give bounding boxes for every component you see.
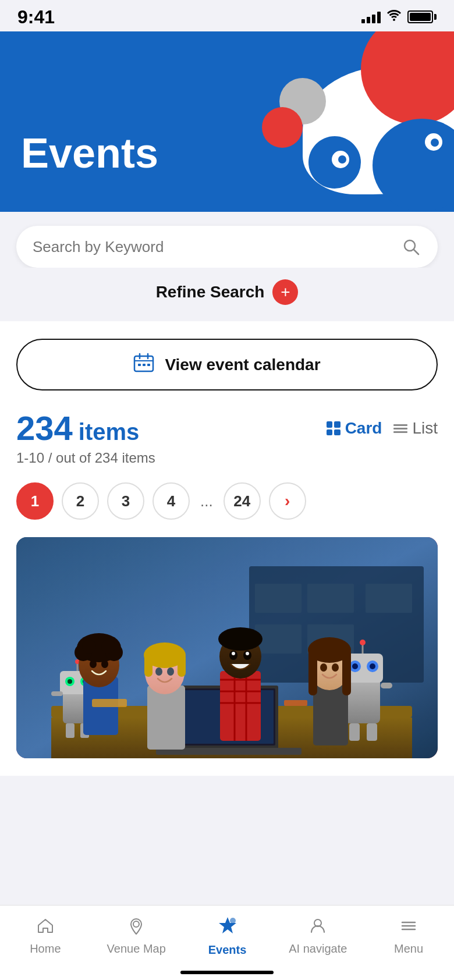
event-card-image (16, 537, 438, 758)
nav-item-venue-map[interactable]: Venue Map (107, 917, 166, 956)
search-section (0, 212, 454, 268)
view-card-label: Card (345, 419, 382, 438)
svg-point-86 (230, 918, 236, 924)
list-view-icon (393, 421, 407, 435)
menu-icon (400, 917, 417, 939)
svg-rect-8 (147, 364, 150, 366)
results-number: 234 (16, 411, 73, 445)
refine-label: Refine Search (156, 283, 265, 301)
calendar-button-label: View event calendar (165, 356, 320, 374)
page-button-24[interactable]: 24 (224, 482, 261, 520)
search-input[interactable] (33, 238, 393, 256)
refine-section: Refine Search + (0, 268, 454, 321)
event-card[interactable] (16, 537, 438, 758)
page-next-button[interactable]: › (269, 482, 306, 520)
search-bar[interactable] (16, 226, 438, 268)
events-icon (218, 916, 237, 940)
main-content: View event calendar 234 items Card List … (0, 321, 454, 776)
nav-label-ai-navigate: AI navigate (289, 942, 347, 956)
view-list-button[interactable]: List (393, 419, 438, 438)
refine-plus-button[interactable]: + (272, 279, 298, 305)
nav-item-events[interactable]: Events (198, 916, 257, 957)
svg-rect-83 (16, 537, 438, 758)
status-icons (361, 9, 437, 24)
home-indicator (180, 971, 274, 974)
svg-point-84 (133, 921, 139, 927)
hero-title: Events (21, 129, 158, 177)
svg-rect-6 (138, 364, 141, 366)
nav-label-home: Home (30, 942, 61, 956)
card-view-icon (327, 421, 340, 435)
page-button-4[interactable]: 4 (152, 482, 190, 520)
nav-item-menu[interactable]: Menu (379, 917, 438, 956)
status-time: 9:41 (17, 6, 55, 28)
results-count: 234 items (16, 411, 139, 445)
search-icon (400, 236, 421, 257)
nav-label-venue-map: Venue Map (107, 942, 166, 956)
nav-item-home[interactable]: Home (16, 917, 75, 956)
page-button-2[interactable]: 2 (62, 482, 99, 520)
signal-icon (361, 10, 381, 23)
page-button-1[interactable]: 1 (16, 482, 54, 520)
results-items-label: items (79, 419, 140, 445)
wifi-icon (386, 9, 402, 24)
bottom-nav: Home Venue Map Events AI navigate (0, 905, 454, 980)
nav-item-ai-navigate[interactable]: AI navigate (289, 917, 347, 956)
battery-icon (407, 10, 437, 23)
page-ellipsis: ... (198, 492, 215, 510)
svg-rect-7 (143, 364, 146, 366)
results-header: 234 items Card List (16, 411, 438, 445)
nav-label-events: Events (208, 943, 247, 957)
ai-navigate-icon (309, 917, 327, 939)
page-button-3[interactable]: 3 (107, 482, 144, 520)
view-calendar-button[interactable]: View event calendar (16, 339, 438, 390)
nav-label-menu: Menu (394, 942, 423, 956)
hero-decoration (210, 31, 454, 212)
view-card-button[interactable]: Card (327, 419, 382, 438)
view-toggle: Card List (327, 419, 438, 438)
calendar-icon (133, 353, 154, 377)
venue-map-icon (127, 917, 145, 939)
pagination: 1 2 3 4 ... 24 › (16, 482, 438, 520)
hero-banner: Events (0, 31, 454, 212)
view-list-label: List (412, 419, 438, 438)
results-sub: 1-10 / out of 234 items (16, 450, 438, 466)
svg-line-1 (414, 250, 418, 254)
home-icon (37, 917, 54, 939)
status-bar: 9:41 (0, 0, 454, 31)
